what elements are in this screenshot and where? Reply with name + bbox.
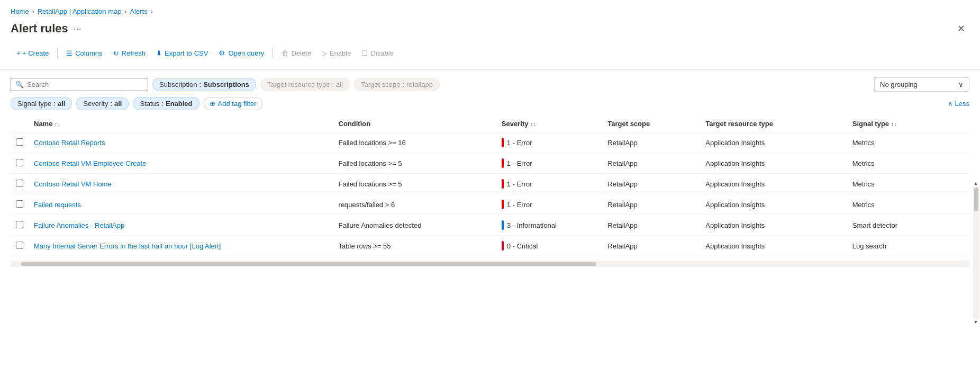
horizontal-scrollbar[interactable] (11, 261, 969, 267)
create-button[interactable]: ＋ + Create (11, 45, 53, 61)
severity-label: Severity (83, 100, 108, 108)
severity-sort-icon[interactable]: ↑↓ (530, 121, 536, 127)
search-input[interactable] (27, 81, 143, 88)
enable-button[interactable]: ▷ Enable (317, 46, 355, 60)
row-checkbox[interactable] (16, 159, 23, 166)
row-signal-type-cell: Metrics (847, 153, 969, 174)
header-target-scope-label: Target scope (607, 120, 650, 128)
row-checkbox-cell[interactable] (11, 153, 29, 174)
row-condition-cell: Failed locations >= 5 (333, 153, 496, 174)
target-resource-type-filter[interactable]: Target resource type : all (260, 78, 350, 91)
row-target-resource-type: Application Insights (705, 180, 765, 188)
row-condition: Failed locations >= 5 (339, 180, 402, 188)
row-signal-type-cell: Smart detector (847, 215, 969, 236)
row-name-link[interactable]: Contoso Retail Reports (34, 139, 105, 147)
breadcrumb-sep-1: › (32, 8, 34, 15)
columns-button[interactable]: ☰ Columns (62, 46, 106, 60)
export-csv-button[interactable]: ⬇ Export to CSV (152, 46, 212, 60)
row-name-cell: Failed requests (29, 194, 333, 215)
enable-icon: ▷ (322, 49, 327, 57)
breadcrumb-app-map[interactable]: RetailApp | Application map (38, 7, 122, 15)
row-target-scope: RetailApp (607, 180, 637, 188)
row-checkbox[interactable] (16, 221, 23, 228)
status-filter[interactable]: Status : Enabled (133, 97, 199, 110)
row-name-link[interactable]: Contoso Retail VM Employee Create (34, 159, 146, 167)
row-checkbox-cell[interactable] (11, 194, 29, 215)
refresh-button[interactable]: ↻ Refresh (109, 46, 150, 60)
signal-type-sep: : (53, 100, 56, 108)
row-signal-type: Metrics (852, 139, 875, 147)
filters-area: 🔍 Subscription : Subscriptions Target re… (0, 70, 980, 97)
row-target-scope-cell: RetailApp (602, 236, 700, 256)
row-condition-cell: Table rows >= 55 (333, 236, 496, 256)
delete-label: Delete (291, 49, 311, 57)
severity-badge: 1 - Error (502, 179, 597, 189)
row-checkbox-cell[interactable] (11, 236, 29, 256)
row-severity-cell: 0 - Critical (496, 236, 602, 256)
row-target-resource-type-cell: Application Insights (700, 132, 847, 153)
grouping-control[interactable]: No grouping ∨ (874, 77, 969, 92)
row-name-link[interactable]: Contoso Retail VM Home (34, 180, 112, 188)
row-target-scope-cell: RetailApp (602, 194, 700, 215)
horizontal-scrollbar-thumb[interactable] (21, 262, 596, 266)
delete-button[interactable]: 🗑 Delete (277, 46, 315, 60)
breadcrumb-sep-3: › (151, 8, 153, 15)
chevron-down-icon: ∨ (958, 81, 964, 88)
row-condition-cell: requests/failed > 6 (333, 194, 496, 215)
header-severity-label: Severity (502, 120, 529, 128)
signal-type-value: all (58, 100, 65, 108)
severity-filter[interactable]: Severity : all (76, 97, 129, 110)
row-target-scope: RetailApp (607, 201, 637, 209)
severity-label: 0 - Critical (507, 242, 538, 250)
breadcrumb-alerts[interactable]: Alerts (130, 7, 147, 15)
header-signal-type[interactable]: Signal type ↑↓ (847, 115, 969, 132)
row-condition: Failed locations >= 5 (339, 159, 402, 167)
row-checkbox[interactable] (16, 180, 23, 187)
close-button[interactable]: ✕ (953, 21, 969, 37)
vertical-scrollbar-track[interactable] (973, 186, 979, 319)
table-row: Contoso Retail VM Home Failed locations … (11, 174, 969, 194)
disable-button[interactable]: ☐ Disable (357, 46, 397, 60)
subscription-filter-label: Subscription (159, 81, 197, 88)
row-condition-cell: Failed locations >= 16 (333, 132, 496, 153)
name-sort-icon[interactable]: ↑↓ (55, 121, 60, 127)
table-row: Contoso Retail VM Employee Create Failed… (11, 153, 969, 174)
header-severity[interactable]: Severity ↑↓ (496, 115, 602, 132)
severity-badge: 1 - Error (502, 200, 597, 209)
row-checkbox[interactable] (16, 242, 23, 249)
severity-badge: 0 - Critical (502, 241, 597, 251)
open-query-button[interactable]: ⚙ Open query (214, 46, 268, 60)
severity-dot (502, 220, 504, 230)
scroll-up-button[interactable]: ▲ (973, 180, 979, 186)
row-checkbox-cell[interactable] (11, 215, 29, 236)
header-target-scope: Target scope (602, 115, 700, 132)
row-name-link[interactable]: Failed requests (34, 201, 81, 209)
row-checkbox[interactable] (16, 200, 23, 208)
less-button[interactable]: ∧ Less (948, 100, 969, 108)
signal-type-filter[interactable]: Signal type : all (11, 97, 72, 110)
scroll-down-button[interactable]: ▼ (973, 319, 979, 325)
row-name-link[interactable]: Many Internal Server Errors in the last … (34, 242, 221, 250)
row-checkbox-cell[interactable] (11, 174, 29, 194)
row-target-scope: RetailApp (607, 221, 637, 229)
search-box[interactable]: 🔍 (11, 78, 148, 91)
subscription-filter[interactable]: Subscription : Subscriptions (152, 78, 256, 91)
signal-type-sort-icon[interactable]: ↑↓ (891, 121, 897, 127)
breadcrumb-home[interactable]: Home (11, 7, 29, 15)
row-checkbox[interactable] (16, 138, 23, 146)
severity-dot (502, 200, 504, 209)
severity-dot (502, 138, 504, 147)
row-signal-type-cell: Metrics (847, 174, 969, 194)
more-options-button[interactable]: ··· (74, 23, 81, 34)
add-tag-filter-button[interactable]: ⊕ Add tag filter (204, 97, 262, 110)
row-condition: Table rows >= 55 (339, 242, 391, 250)
vertical-scrollbar-thumb[interactable] (974, 188, 978, 211)
row-checkbox-cell[interactable] (11, 132, 29, 153)
row-name-link[interactable]: Failure Anomalies - RetailApp (34, 221, 124, 229)
target-scope-filter[interactable]: Target scope : retailapp (354, 78, 440, 91)
disable-label: Disable (370, 49, 393, 57)
header-name[interactable]: Name ↑↓ (29, 115, 333, 132)
row-target-scope-cell: RetailApp (602, 153, 700, 174)
table-row: Many Internal Server Errors in the last … (11, 236, 969, 256)
row-target-resource-type: Application Insights (705, 201, 765, 209)
